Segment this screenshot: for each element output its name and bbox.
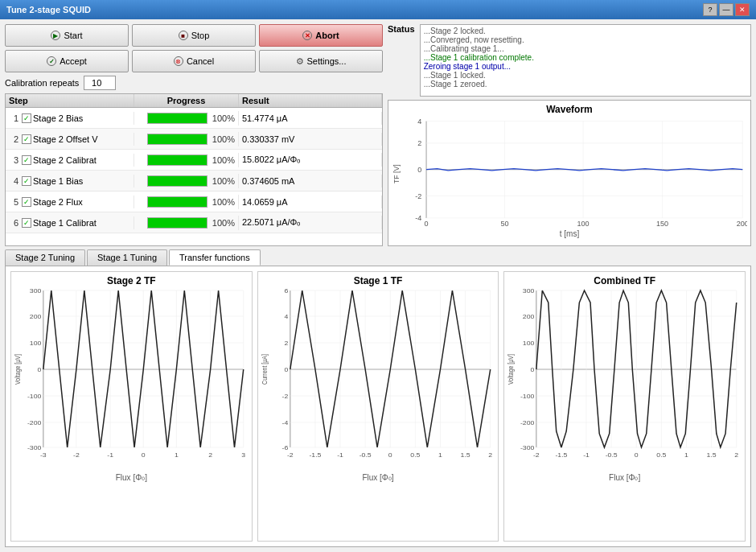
table-row: 4 ✓ Stage 1 Bias 100% 0.374605 mA <box>6 171 382 192</box>
steps-table: Step Progress Result 1 ✓ Stage 2 Bias 10… <box>5 93 383 246</box>
stage1-tf-chart: Stage 1 TF <box>257 271 499 542</box>
svg-text:-100: -100 <box>520 393 535 400</box>
help-button[interactable]: ? <box>703 3 717 16</box>
svg-text:2: 2 <box>284 340 288 347</box>
svg-text:100: 100 <box>523 340 535 347</box>
step-checkbox[interactable]: ✓ <box>22 176 31 186</box>
tab-content: Stage 2 TF <box>5 266 751 547</box>
calibration-repeats-input[interactable] <box>84 76 116 90</box>
svg-text:-2: -2 <box>287 452 294 459</box>
svg-text:100: 100 <box>577 220 589 228</box>
table-row: 2 ✓ Stage 2 Offset V 100% 0.330337 mV <box>6 129 382 150</box>
main-content: ▶ Start ■ Stop ✕ Abort ✓ Accept ⊗ <box>0 19 756 552</box>
svg-text:1: 1 <box>684 452 688 459</box>
cancel-button[interactable]: ⊗ Cancel <box>132 50 256 72</box>
step-checkbox[interactable]: ✓ <box>22 155 31 165</box>
minimize-button[interactable]: — <box>719 3 733 16</box>
progress-cell: 100% <box>134 216 239 230</box>
svg-text:0: 0 <box>417 166 421 174</box>
svg-text:-1: -1 <box>584 452 590 459</box>
step-cell: 4 ✓ Stage 1 Bias <box>6 175 134 187</box>
tabs-section: Stage 2 TuningStage 1 TuningTransfer fun… <box>5 249 751 547</box>
tab-1[interactable]: Stage 1 Tuning <box>87 249 167 266</box>
calibration-repeats-row: Calibration repeats <box>5 76 383 90</box>
svg-text:3: 3 <box>241 452 246 459</box>
svg-text:2: 2 <box>735 452 739 459</box>
result-cell: 15.8022 μA/Φ₀ <box>239 153 382 167</box>
stage1-tf-title: Stage 1 TF <box>258 272 499 286</box>
progress-cell: 100% <box>134 111 239 126</box>
top-section: ▶ Start ■ Stop ✕ Abort ✓ Accept ⊗ <box>5 24 751 246</box>
step-cell: 2 ✓ Stage 2 Offset V <box>6 133 134 146</box>
step-cell: 5 ✓ Stage 2 Flux <box>6 196 134 208</box>
start-button[interactable]: ▶ Start <box>5 24 129 47</box>
svg-text:-2: -2 <box>415 192 421 200</box>
stop-button[interactable]: ■ Stop <box>132 24 256 47</box>
close-button[interactable]: ✕ <box>735 3 750 16</box>
svg-text:-200: -200 <box>27 420 42 426</box>
progress-bar-container <box>147 175 207 187</box>
left-panel: ▶ Start ■ Stop ✕ Abort ✓ Accept ⊗ <box>5 24 383 246</box>
progress-bar-container <box>147 154 207 166</box>
combined-tf-chart: Combined TF <box>503 271 746 542</box>
stage1-xlabel: Flux [Φ₀] <box>258 473 499 482</box>
svg-text:200: 200 <box>30 314 42 320</box>
progress-bar-container <box>147 134 207 145</box>
step-checkbox[interactable]: ✓ <box>22 218 31 228</box>
status-panel: Status ...Stage 2 locked....Converged, n… <box>388 24 751 97</box>
gear-icon: ⚙ <box>296 56 304 67</box>
step-checkbox[interactable]: ✓ <box>22 197 31 207</box>
primary-button-row: ▶ Start ■ Stop ✕ Abort <box>5 24 383 47</box>
table-row: 5 ✓ Stage 2 Flux 100% 14.0659 μA <box>6 192 382 212</box>
accept-button[interactable]: ✓ Accept <box>5 50 129 72</box>
step-checkbox[interactable]: ✓ <box>22 113 31 123</box>
step-cell: 1 ✓ Stage 2 Bias <box>6 112 134 125</box>
status-log: ...Stage 2 locked....Converged, now rese… <box>420 24 751 97</box>
svg-text:-300: -300 <box>520 445 535 451</box>
tab-bar[interactable]: Stage 2 TuningStage 1 TuningTransfer fun… <box>5 249 751 266</box>
play-icon: ▶ <box>51 31 60 40</box>
svg-text:-0.5: -0.5 <box>359 452 372 459</box>
svg-text:-200: -200 <box>520 420 535 426</box>
combined-tf-title: Combined TF <box>504 272 745 286</box>
check-icon: ✓ <box>47 56 56 66</box>
result-cell: 14.0659 μA <box>239 196 382 208</box>
svg-text:1: 1 <box>175 452 179 459</box>
progress-bar-fill <box>148 113 207 123</box>
stage2-xlabel: Flux [Φ₀] <box>11 473 252 482</box>
progress-bar-fill <box>148 176 207 186</box>
svg-text:50: 50 <box>500 220 508 228</box>
svg-text:-6: -6 <box>281 445 288 451</box>
title-bar: Tune 2-stage SQUID ? — ✕ <box>0 0 756 19</box>
settings-button[interactable]: ⚙ Settings... <box>259 50 383 72</box>
svg-text:200: 200 <box>737 220 747 228</box>
svg-text:200: 200 <box>523 314 535 320</box>
window-controls[interactable]: ? — ✕ <box>703 3 750 16</box>
tab-2[interactable]: Transfer functions <box>169 249 261 266</box>
cancel-icon: ⊗ <box>174 56 183 66</box>
progress-bar-fill <box>148 155 207 165</box>
pct-label: 100% <box>211 218 235 228</box>
svg-text:0: 0 <box>37 367 42 373</box>
abort-button[interactable]: ✕ Abort <box>259 24 383 47</box>
svg-text:4: 4 <box>417 117 421 126</box>
svg-text:1: 1 <box>438 452 442 459</box>
window-title: Tune 2-stage SQUID <box>6 5 91 14</box>
svg-text:0: 0 <box>425 220 429 228</box>
svg-text:1.5: 1.5 <box>460 452 470 459</box>
tab-0[interactable]: Stage 2 Tuning <box>5 249 85 266</box>
pct-label: 100% <box>211 155 235 165</box>
step-checkbox[interactable]: ✓ <box>22 134 31 144</box>
svg-text:2: 2 <box>417 139 421 147</box>
abort-icon: ✕ <box>302 31 312 40</box>
status-label: Status <box>388 24 415 34</box>
table-body: 1 ✓ Stage 2 Bias 100% 51.4774 μA 2 ✓ Sta… <box>6 108 382 233</box>
result-cell: 0.374605 mA <box>239 175 382 187</box>
progress-cell: 100% <box>134 174 239 188</box>
svg-text:-1: -1 <box>107 452 113 459</box>
svg-text:300: 300 <box>523 288 535 295</box>
right-panel: Status ...Stage 2 locked....Converged, n… <box>388 24 751 246</box>
stage2-tf-title: Stage 2 TF <box>11 272 252 286</box>
combined-tf-svg: 300 200 100 0 -100 -200 -300 -2 -1.5 -1 … <box>504 286 745 472</box>
svg-text:0.5: 0.5 <box>410 452 421 459</box>
